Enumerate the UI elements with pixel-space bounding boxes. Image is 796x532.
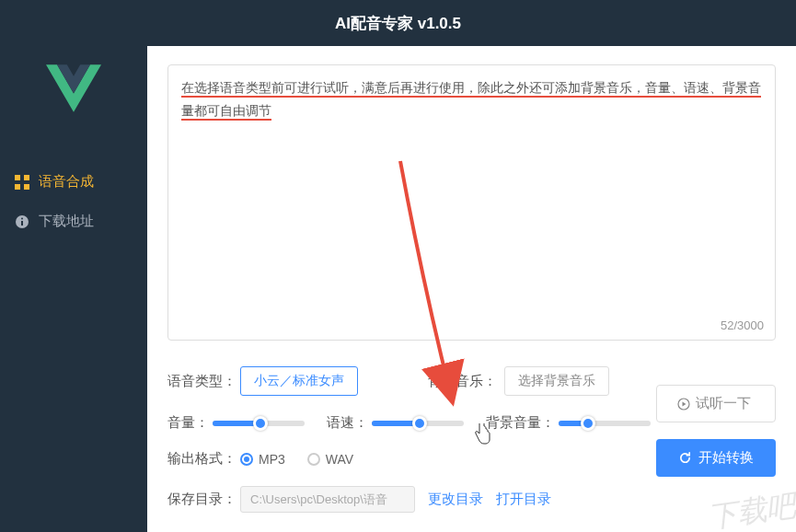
convert-button[interactable]: 开始转换	[656, 439, 776, 477]
sidebar: 语音合成 下载地址	[0, 46, 147, 532]
refresh-icon	[678, 451, 692, 465]
row-savedir: 保存目录： 更改目录 打开目录	[167, 486, 776, 513]
bg-music-button[interactable]: 选择背景音乐	[504, 366, 609, 396]
sidebar-item-label: 语音合成	[39, 173, 94, 191]
savedir-input[interactable]	[240, 486, 415, 513]
speed-label: 语速：	[327, 414, 368, 432]
format-label: 输出格式：	[167, 450, 236, 468]
text-line2: 量都可自由调节	[181, 103, 271, 121]
sidebar-item-tts[interactable]: 语音合成	[0, 162, 147, 202]
speed-slider[interactable]	[372, 421, 464, 426]
radio-circle-icon	[240, 453, 253, 466]
svg-rect-3	[24, 184, 29, 190]
volume-slider[interactable]	[213, 421, 305, 426]
svg-rect-5	[21, 221, 23, 226]
format-radio-group: MP3 WAV	[240, 452, 353, 467]
svg-rect-0	[15, 175, 20, 180]
preview-button[interactable]: 试听一下	[656, 385, 776, 422]
text-line1: 在选择语音类型前可进行试听，满意后再进行使用，除此之外还可添加背景音乐，音量、语…	[181, 80, 761, 98]
voice-type-label: 语音类型：	[167, 373, 236, 390]
info-icon	[15, 214, 29, 229]
radio-wav[interactable]: WAV	[307, 452, 353, 467]
svg-rect-2	[15, 184, 20, 190]
bg-music-label: 背景音乐：	[428, 373, 497, 390]
text-input-area[interactable]: 在选择语音类型前可进行试听，满意后再进行使用，除此之外还可添加背景音乐，音量、语…	[167, 64, 776, 341]
bgvol-slider[interactable]	[559, 421, 651, 426]
play-icon	[677, 398, 690, 411]
voice-type-button[interactable]: 小云／标准女声	[240, 366, 358, 396]
sidebar-item-download[interactable]: 下载地址	[0, 202, 147, 241]
change-dir-link[interactable]: 更改目录	[428, 491, 483, 508]
grid-icon	[15, 175, 29, 190]
logo-wrap	[0, 64, 147, 116]
svg-point-6	[21, 217, 23, 219]
app-title: AI配音专家 v1.0.5	[335, 13, 461, 34]
char-counter: 52/3000	[721, 318, 764, 332]
main-container: 语音合成 下载地址 在选择语音类型前可进行试听，满意后再进行使用，除此之外还可添…	[0, 46, 796, 532]
vue-logo-icon	[46, 64, 101, 112]
radio-mp3[interactable]: MP3	[240, 452, 285, 467]
preview-label: 试听一下	[696, 395, 751, 412]
svg-rect-1	[24, 175, 29, 180]
radio-label: WAV	[326, 452, 353, 467]
sidebar-item-label: 下载地址	[39, 213, 94, 230]
radio-label: MP3	[259, 452, 285, 467]
app-header: AI配音专家 v1.0.5	[0, 0, 796, 46]
convert-label: 开始转换	[698, 449, 754, 467]
main-panel: 在选择语音类型前可进行试听，满意后再进行使用，除此之外还可添加背景音乐，音量、语…	[147, 46, 796, 532]
radio-circle-icon	[307, 453, 320, 466]
open-dir-link[interactable]: 打开目录	[496, 491, 551, 508]
volume-label: 音量：	[167, 414, 209, 432]
action-buttons: 试听一下 开始转换	[656, 385, 776, 477]
savedir-label: 保存目录：	[167, 491, 236, 508]
bgvol-label: 背景音量：	[486, 414, 555, 432]
text-content: 在选择语音类型前可进行试听，满意后再进行使用，除此之外还可添加背景音乐，音量、语…	[181, 76, 762, 122]
